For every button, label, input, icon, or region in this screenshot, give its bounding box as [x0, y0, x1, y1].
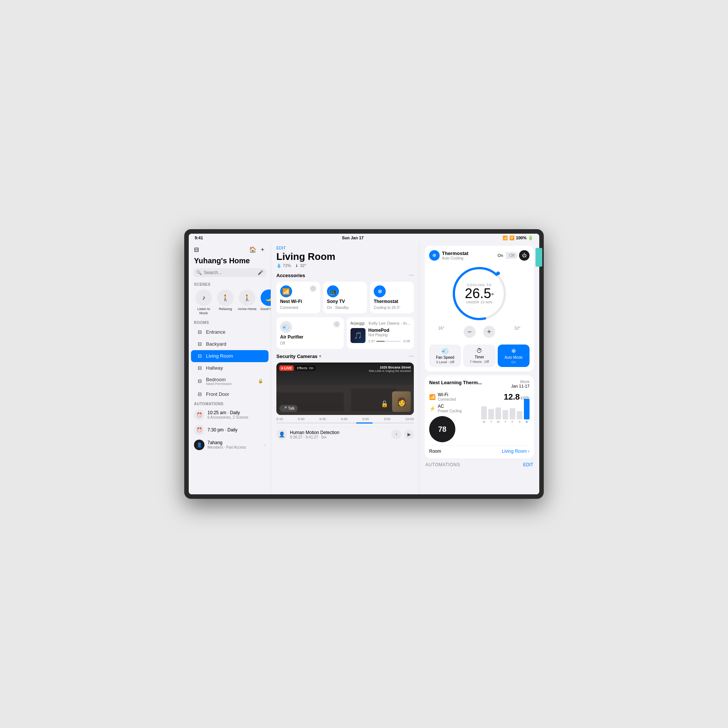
automation-evening-icon: ⏰ [194, 425, 205, 435]
homepod-progress-fill [376, 341, 385, 342]
timeline-times: 9:15 9:30 9:35 9:40 9:45 9:50 10:00 [276, 417, 414, 421]
bar-s1-label: S [518, 420, 520, 424]
scene-arrive-home[interactable]: 🚶 Arrive Home [237, 289, 257, 315]
temp-increase-button[interactable]: + [483, 326, 495, 338]
auto-mode-button[interactable]: ❄ Auto Mode On [498, 344, 529, 367]
home-icon[interactable]: 🏠 [249, 246, 257, 253]
scene-listen[interactable]: ♪ Listen to Music [194, 289, 213, 315]
room-bedroom-label: Bedroom [206, 377, 226, 382]
status-time: 9:41 [195, 236, 203, 240]
nest-device[interactable]: 78 [429, 416, 455, 442]
accessories-header: Accessories ··· [276, 272, 414, 278]
temp-decrease-button[interactable]: − [463, 326, 476, 338]
room-front-door-icon: ⊟ [196, 391, 203, 398]
accessories-title: Accessories [276, 273, 305, 278]
timeline-track[interactable] [276, 422, 414, 424]
timer-icon: ⏱ [476, 347, 482, 354]
power-button[interactable]: ⏻ [519, 250, 529, 261]
toggle-off[interactable]: Off [506, 252, 517, 259]
nest-device-temp: 78 [438, 425, 447, 434]
auto-mode-sub: On [511, 360, 515, 364]
effects-badge: Effects: On [295, 366, 315, 371]
talk-button[interactable]: 🎤 Talk [279, 405, 298, 412]
event-share-button[interactable]: ↑ [392, 430, 401, 439]
sidebar-header: ⊟ 🏠 ＋ [189, 246, 271, 257]
security-more-button[interactable]: ··· [409, 353, 414, 359]
bar-wednesday: W [496, 407, 501, 424]
event-play-button[interactable]: ▶ [404, 430, 414, 439]
nest-wifi-icon: 📶 [280, 285, 292, 297]
timer-button[interactable]: ⏱ Timer 7 Hours · Off [463, 344, 495, 367]
automations-section-label: AUTOMATIONS [189, 400, 271, 407]
homepod-artist-header: Kelly Lee Owens - In... [369, 321, 410, 326]
automations-edit-button[interactable]: EDIT [523, 462, 533, 467]
unlock-icon[interactable]: 🔓 [381, 400, 388, 407]
automation-evening-title: 7:30 pm · Daily [208, 427, 266, 433]
panel-edit-button[interactable]: EDIT [276, 246, 414, 250]
live-badge: ● LIVE [279, 366, 294, 371]
dial-max: 32° [514, 326, 520, 341]
nest-card-header: Nest Learning Therm... Week Jan 11-17 [429, 380, 529, 388]
accessory-sony-tv[interactable]: 📺 Sony TV On · Standby [323, 281, 367, 314]
scene-relaxing-label: Relaxing [219, 307, 232, 311]
homepod-name: HomePod [369, 328, 410, 333]
accessory-thermostat[interactable]: ❄ Thermostat Cooling to 26.5° [370, 281, 414, 314]
room-entrance[interactable]: ⊟ Entrance [191, 326, 269, 338]
fan-speed-sub: 3 Level · Off [436, 360, 454, 364]
security-chevron-icon[interactable]: ▾ [319, 354, 321, 359]
svg-point-5 [496, 272, 500, 275]
search-input[interactable] [204, 270, 256, 275]
bar-monday: M [481, 406, 487, 424]
nest-wifi-info-icon[interactable]: ⓘ [310, 285, 317, 292]
thermostat-acc-icon: ❄ [374, 285, 386, 297]
automation-7ahang-arrow: › [264, 442, 266, 448]
room-backyard-icon: ⊟ [196, 341, 203, 347]
nest-wifi-status-icon: 📶 [429, 394, 436, 400]
bar-t2 [503, 410, 508, 419]
room-living-room[interactable]: ⊟ Living Room [191, 350, 269, 362]
bar-t1-label: T [490, 420, 492, 424]
room-living-room-label: Living Room [206, 353, 233, 359]
camera-feed[interactable]: ● LIVE Effects: On 1025 Bocana Street Ri… [276, 362, 414, 415]
scene-relaxing[interactable]: 🚶 Relaxing [216, 289, 235, 315]
scene-arrive-icon: 🚶 [239, 289, 255, 306]
accessory-homepod[interactable]: Arpeggi Kelly Lee Owens - In... 🎵 HomePo… [347, 317, 414, 349]
thermostat-toggle[interactable]: On Off ⏻ [495, 250, 529, 261]
automation-evening[interactable]: ⏰ 7:30 pm · Daily [189, 422, 271, 437]
nest-room-link[interactable]: Living Room › [502, 449, 529, 454]
room-backyard[interactable]: ⊟ Backyard [191, 338, 269, 350]
accessories-more-button[interactable]: ··· [409, 272, 414, 278]
fan-speed-label: Fan Speed [436, 355, 454, 359]
room-bedroom[interactable]: ⊟ Bedroom Need Permission 🔒 [191, 374, 269, 388]
mic-icon[interactable]: 🎤 [258, 270, 263, 275]
bar-tuesday: T [488, 409, 494, 424]
fan-speed-button[interactable]: 💨 Fan Speed 3 Level · Off [429, 344, 461, 367]
battery-icon: 🔋 [528, 236, 533, 240]
add-icon[interactable]: ＋ [260, 246, 266, 254]
automation-7ahang[interactable]: 👤 7ahang Members · Part Access › [189, 437, 271, 453]
homepod-progress-start: 1:37 [369, 339, 375, 343]
bar-w-label: W [497, 420, 500, 424]
room-backyard-label: Backyard [206, 341, 226, 347]
room-hallway[interactable]: ⊟ Hallway [191, 362, 269, 374]
room-front-door[interactable]: ⊟ Front Door [191, 388, 269, 400]
accessory-air-purifier[interactable]: 💨 ⓘ Air Purifier Off [276, 317, 344, 349]
homepod-progress-bar[interactable] [376, 341, 401, 342]
room-entrance-label: Entrance [206, 329, 225, 335]
scene-relaxing-icon: 🚶 [217, 289, 234, 306]
scene-arrive-label: Arrive Home [238, 307, 257, 311]
air-purifier-info-icon[interactable]: ⓘ [333, 321, 340, 328]
thermostat-dial[interactable]: COOLING TO 26.5° UNDER 10 MIN [429, 264, 529, 324]
sidebar-toggle-icon[interactable]: ⊟ [194, 246, 199, 253]
homepod-status: Not Playing [369, 333, 410, 337]
accessory-nest-wifi[interactable]: 📶 ⓘ Nest Wi-Fi Connected [276, 281, 320, 314]
accessory-row2: 💨 ⓘ Air Purifier Off Arpeggi Kelly Lee O… [276, 317, 414, 349]
scene-good-night-label: Good Night [260, 307, 271, 311]
toggle-on[interactable]: On [495, 252, 506, 259]
mic-talk-icon: 🎤 [282, 406, 287, 410]
bar-t1 [488, 409, 494, 419]
bar-friday: F [510, 408, 515, 424]
automation-morning[interactable]: ⏰ 10:25 am · Daily 6 Accessories, 2 Scen… [189, 407, 271, 422]
search-bar[interactable]: 🔍 🎤 [193, 268, 266, 277]
scene-good-night[interactable]: 🌙 Good Night [259, 289, 271, 315]
